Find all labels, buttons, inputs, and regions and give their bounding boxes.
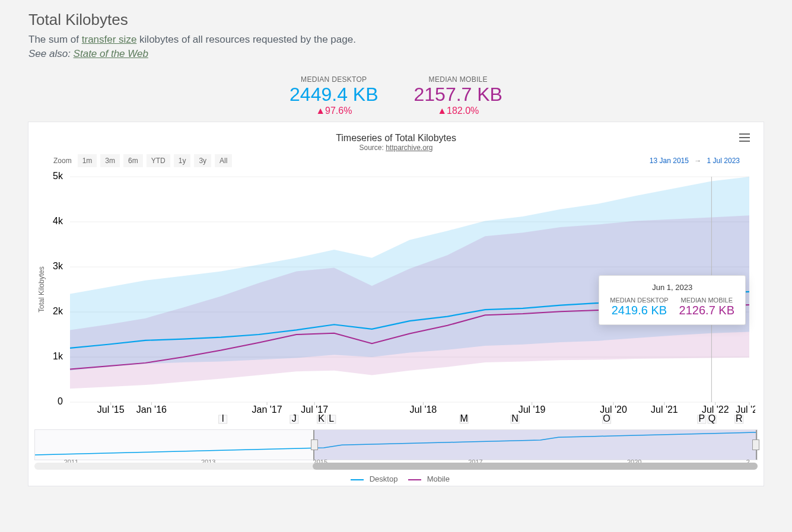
stat-desktop-label: MEDIAN DESKTOP <box>290 75 378 84</box>
navigator-handle-left[interactable] <box>311 439 318 450</box>
legend-desktop[interactable]: Desktop <box>370 474 398 483</box>
tooltip-mobile: MEDIAN MOBILE 2126.7 KB <box>679 297 734 317</box>
svg-text:5k: 5k <box>53 171 63 181</box>
chart-legend: Desktop Mobile <box>28 470 764 486</box>
legend-mobile[interactable]: Mobile <box>427 474 450 483</box>
tooltip-desktop: MEDIAN DESKTOP 2419.6 KB <box>610 297 668 317</box>
svg-text:0: 0 <box>58 396 63 406</box>
summary-stats: MEDIAN DESKTOP 2449.4 KB ▲97.6% MEDIAN M… <box>28 75 764 116</box>
stat-desktop-value: 2449.4 KB <box>290 84 378 106</box>
chart-source-link[interactable]: httparchive.org <box>386 144 432 152</box>
svg-text:K: K <box>318 413 325 423</box>
svg-text:Jul '15: Jul '15 <box>97 404 125 415</box>
range-from[interactable]: 13 Jan 2015 <box>650 157 689 165</box>
zoom-all[interactable]: All <box>215 154 232 167</box>
chart-source-pre: Source: <box>359 144 386 152</box>
svg-text:Total Kilobytes: Total Kilobytes <box>37 266 46 312</box>
legend-swatch-mobile <box>408 479 421 480</box>
transfer-size-link[interactable]: transfer size <box>82 34 137 45</box>
seealso-pre: See also: <box>28 48 74 59</box>
range-to[interactable]: 1 Jul 2023 <box>707 157 740 165</box>
see-also: See also: State of the Web <box>28 48 764 60</box>
svg-text:1k: 1k <box>53 351 63 361</box>
page-title: Total Kilobytes <box>28 11 764 29</box>
zoom-ytd[interactable]: YTD <box>147 154 170 167</box>
zoom-bar: Zoom 1m 3m 6m YTD 1y 3y All 13 Jan 2015 … <box>28 154 764 167</box>
chart-plot[interactable]: 01k2k3k4k5kTotal KilobytesJul '15Jan '16… <box>34 171 758 426</box>
zoom-label: Zoom <box>53 157 72 165</box>
navigator[interactable]: 201120132015201720202… <box>34 429 758 460</box>
svg-text:P: P <box>699 413 705 423</box>
svg-text:4k: 4k <box>53 216 63 226</box>
subtitle-pre: The sum of <box>28 34 82 45</box>
svg-text:3k: 3k <box>53 261 63 271</box>
legend-swatch-desktop <box>351 479 364 480</box>
stat-mobile-delta: ▲182.0% <box>414 106 502 116</box>
svg-text:N: N <box>511 413 519 423</box>
svg-text:O: O <box>603 413 610 423</box>
chart-card: Timeseries of Total Kilobytes Source: ht… <box>28 122 764 486</box>
stat-desktop: MEDIAN DESKTOP 2449.4 KB ▲97.6% <box>290 75 378 116</box>
tooltip-desktop-label: MEDIAN DESKTOP <box>610 297 668 304</box>
subtitle-post: kilobytes of all resources requested by … <box>136 34 356 45</box>
chart-source: Source: httparchive.org <box>28 144 764 152</box>
stat-mobile: MEDIAN MOBILE 2157.7 KB ▲182.0% <box>414 75 502 116</box>
date-range: 13 Jan 2015 → 1 Jul 2023 <box>650 157 764 165</box>
svg-text:Jan '17: Jan '17 <box>252 404 282 415</box>
svg-text:Jul '18: Jul '18 <box>410 404 437 415</box>
navigator-scrollbar[interactable] <box>34 463 758 470</box>
svg-text:R: R <box>736 413 743 423</box>
svg-text:Jul '21: Jul '21 <box>651 404 678 415</box>
tooltip-desktop-value: 2419.6 KB <box>610 304 668 317</box>
chart-menu-button[interactable] <box>736 129 753 146</box>
chart-tooltip: Jun 1, 2023 MEDIAN DESKTOP 2419.6 KB MED… <box>599 275 746 325</box>
zoom-3m[interactable]: 3m <box>100 154 120 167</box>
zoom-1y[interactable]: 1y <box>174 154 191 167</box>
svg-text:2k: 2k <box>53 306 63 316</box>
navigator-handle-right[interactable] <box>752 439 759 450</box>
chart-title: Timeseries of Total Kilobytes <box>28 133 764 144</box>
svg-text:Jan '16: Jan '16 <box>136 404 167 415</box>
svg-text:I: I <box>221 413 224 423</box>
stat-mobile-value: 2157.7 KB <box>414 84 502 106</box>
arrow-right-icon: → <box>694 157 701 165</box>
svg-text:M: M <box>460 413 467 423</box>
stat-desktop-delta: ▲97.6% <box>290 106 378 116</box>
tooltip-date: Jun 1, 2023 <box>610 283 734 292</box>
hamburger-icon <box>739 133 750 135</box>
state-of-the-web-link[interactable]: State of the Web <box>74 48 148 59</box>
zoom-3y[interactable]: 3y <box>194 154 211 167</box>
stat-mobile-label: MEDIAN MOBILE <box>414 75 502 84</box>
zoom-1m[interactable]: 1m <box>78 154 97 167</box>
svg-text:J: J <box>292 413 297 423</box>
tooltip-mobile-label: MEDIAN MOBILE <box>679 297 734 304</box>
svg-text:Jul '19: Jul '19 <box>519 404 546 415</box>
svg-text:L: L <box>329 413 334 423</box>
navigator-scrollbar-thumb[interactable] <box>313 463 758 470</box>
tooltip-mobile-value: 2126.7 KB <box>679 304 734 317</box>
svg-text:Q: Q <box>708 413 715 423</box>
page-subtitle: The sum of transfer size kilobytes of al… <box>28 34 764 46</box>
zoom-6m[interactable]: 6m <box>123 154 143 167</box>
navigator-selection[interactable] <box>313 430 757 460</box>
